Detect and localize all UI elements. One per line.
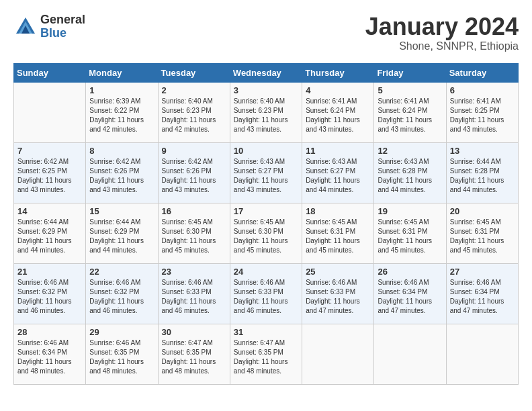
day-info: Sunrise: 6:42 AM Sunset: 6:26 PM Dayligh…: [162, 157, 226, 195]
calendar-cell: 12Sunrise: 6:43 AM Sunset: 6:28 PM Dayli…: [374, 142, 446, 203]
logo-blue: Blue: [40, 27, 85, 40]
calendar-cell: 6Sunrise: 6:41 AM Sunset: 6:25 PM Daylig…: [446, 82, 518, 142]
calendar-cell: 11Sunrise: 6:43 AM Sunset: 6:27 PM Dayli…: [302, 142, 374, 203]
calendar-cell: 10Sunrise: 6:43 AM Sunset: 6:27 PM Dayli…: [230, 142, 302, 203]
logo-icon: [13, 15, 38, 39]
calendar-cell: 19Sunrise: 6:45 AM Sunset: 6:31 PM Dayli…: [374, 203, 446, 263]
calendar-cell: 3Sunrise: 6:40 AM Sunset: 6:23 PM Daylig…: [230, 82, 302, 142]
calendar-cell: 2Sunrise: 6:40 AM Sunset: 6:23 PM Daylig…: [158, 82, 230, 142]
weekday-header-thursday: Thursday: [302, 63, 374, 82]
day-number: 27: [450, 267, 515, 277]
week-row-5: 28Sunrise: 6:46 AM Sunset: 6:34 PM Dayli…: [14, 324, 519, 384]
day-info: Sunrise: 6:45 AM Sunset: 6:31 PM Dayligh…: [306, 218, 370, 255]
calendar-cell: 25Sunrise: 6:46 AM Sunset: 6:33 PM Dayli…: [302, 263, 374, 324]
day-info: Sunrise: 6:46 AM Sunset: 6:35 PM Dayligh…: [89, 338, 154, 376]
day-info: Sunrise: 6:39 AM Sunset: 6:22 PM Dayligh…: [89, 97, 154, 134]
day-info: Sunrise: 6:45 AM Sunset: 6:30 PM Dayligh…: [162, 218, 226, 255]
calendar-cell: [14, 82, 86, 142]
day-info: Sunrise: 6:46 AM Sunset: 6:33 PM Dayligh…: [162, 278, 226, 316]
day-info: Sunrise: 6:45 AM Sunset: 6:30 PM Dayligh…: [234, 218, 298, 255]
week-row-1: 1Sunrise: 6:39 AM Sunset: 6:22 PM Daylig…: [14, 82, 519, 142]
day-number: 1: [89, 85, 154, 95]
calendar-cell: 31Sunrise: 6:47 AM Sunset: 6:35 PM Dayli…: [230, 324, 302, 384]
day-number: 11: [306, 146, 370, 156]
weekday-header-wednesday: Wednesday: [230, 63, 302, 82]
day-number: 22: [89, 267, 154, 277]
week-row-2: 7Sunrise: 6:42 AM Sunset: 6:25 PM Daylig…: [14, 142, 519, 203]
week-row-4: 21Sunrise: 6:46 AM Sunset: 6:32 PM Dayli…: [14, 263, 519, 324]
day-info: Sunrise: 6:40 AM Sunset: 6:23 PM Dayligh…: [162, 97, 226, 134]
weekday-header-sunday: Sunday: [14, 63, 86, 82]
day-number: 26: [378, 267, 442, 277]
day-number: 17: [234, 206, 298, 216]
day-info: Sunrise: 6:43 AM Sunset: 6:27 PM Dayligh…: [234, 157, 298, 195]
calendar-cell: 7Sunrise: 6:42 AM Sunset: 6:25 PM Daylig…: [14, 142, 86, 203]
calendar-cell: 17Sunrise: 6:45 AM Sunset: 6:30 PM Dayli…: [230, 203, 302, 263]
calendar-cell: 15Sunrise: 6:44 AM Sunset: 6:29 PM Dayli…: [86, 203, 158, 263]
day-number: 5: [378, 85, 442, 95]
day-info: Sunrise: 6:44 AM Sunset: 6:28 PM Dayligh…: [450, 157, 515, 195]
calendar-cell: 18Sunrise: 6:45 AM Sunset: 6:31 PM Dayli…: [302, 203, 374, 263]
day-number: 13: [450, 146, 515, 156]
day-info: Sunrise: 6:46 AM Sunset: 6:34 PM Dayligh…: [378, 278, 442, 316]
page-header: General Blue January 2024 Shone, SNNPR, …: [13, 13, 519, 52]
day-info: Sunrise: 6:45 AM Sunset: 6:31 PM Dayligh…: [378, 218, 442, 255]
day-number: 4: [306, 85, 370, 95]
day-number: 10: [234, 146, 298, 156]
day-info: Sunrise: 6:41 AM Sunset: 6:25 PM Dayligh…: [450, 97, 515, 134]
day-info: Sunrise: 6:41 AM Sunset: 6:24 PM Dayligh…: [378, 97, 442, 134]
calendar-cell: 8Sunrise: 6:42 AM Sunset: 6:26 PM Daylig…: [86, 142, 158, 203]
day-info: Sunrise: 6:44 AM Sunset: 6:29 PM Dayligh…: [89, 218, 154, 255]
day-info: Sunrise: 6:47 AM Sunset: 6:35 PM Dayligh…: [162, 338, 226, 376]
day-info: Sunrise: 6:46 AM Sunset: 6:33 PM Dayligh…: [306, 278, 370, 316]
calendar-cell: 16Sunrise: 6:45 AM Sunset: 6:30 PM Dayli…: [158, 203, 230, 263]
day-number: 6: [450, 85, 515, 95]
calendar-cell: 9Sunrise: 6:42 AM Sunset: 6:26 PM Daylig…: [158, 142, 230, 203]
day-info: Sunrise: 6:46 AM Sunset: 6:32 PM Dayligh…: [89, 278, 154, 316]
calendar-cell: 20Sunrise: 6:45 AM Sunset: 6:31 PM Dayli…: [446, 203, 518, 263]
week-row-3: 14Sunrise: 6:44 AM Sunset: 6:29 PM Dayli…: [14, 203, 519, 263]
day-info: Sunrise: 6:40 AM Sunset: 6:23 PM Dayligh…: [234, 97, 298, 134]
weekday-header-saturday: Saturday: [446, 63, 518, 82]
day-info: Sunrise: 6:46 AM Sunset: 6:34 PM Dayligh…: [17, 338, 82, 376]
day-info: Sunrise: 6:43 AM Sunset: 6:27 PM Dayligh…: [306, 157, 370, 195]
day-number: 19: [378, 206, 442, 216]
day-number: 31: [234, 327, 298, 337]
calendar-cell: [302, 324, 374, 384]
calendar-cell: 22Sunrise: 6:46 AM Sunset: 6:32 PM Dayli…: [86, 263, 158, 324]
day-info: Sunrise: 6:46 AM Sunset: 6:32 PM Dayligh…: [17, 278, 82, 316]
day-info: Sunrise: 6:42 AM Sunset: 6:25 PM Dayligh…: [17, 157, 82, 195]
day-info: Sunrise: 6:45 AM Sunset: 6:31 PM Dayligh…: [450, 218, 515, 255]
day-number: 16: [162, 206, 226, 216]
day-number: 28: [17, 327, 82, 337]
calendar-cell: 26Sunrise: 6:46 AM Sunset: 6:34 PM Dayli…: [374, 263, 446, 324]
day-number: 25: [306, 267, 370, 277]
day-info: Sunrise: 6:43 AM Sunset: 6:28 PM Dayligh…: [378, 157, 442, 195]
day-number: 20: [450, 206, 515, 216]
calendar-cell: 5Sunrise: 6:41 AM Sunset: 6:24 PM Daylig…: [374, 82, 446, 142]
day-number: 9: [162, 146, 226, 156]
calendar-cell: 23Sunrise: 6:46 AM Sunset: 6:33 PM Dayli…: [158, 263, 230, 324]
month-title: January 2024: [365, 13, 519, 40]
day-number: 18: [306, 206, 370, 216]
calendar-cell: 30Sunrise: 6:47 AM Sunset: 6:35 PM Dayli…: [158, 324, 230, 384]
day-number: 2: [162, 85, 226, 95]
day-info: Sunrise: 6:44 AM Sunset: 6:29 PM Dayligh…: [17, 218, 82, 255]
day-number: 29: [89, 327, 154, 337]
calendar-cell: 27Sunrise: 6:46 AM Sunset: 6:34 PM Dayli…: [446, 263, 518, 324]
calendar-cell: 4Sunrise: 6:41 AM Sunset: 6:24 PM Daylig…: [302, 82, 374, 142]
location: Shone, SNNPR, Ethiopia: [365, 40, 519, 52]
day-number: 30: [162, 327, 226, 337]
calendar-cell: [374, 324, 446, 384]
day-number: 7: [17, 146, 82, 156]
calendar-cell: 1Sunrise: 6:39 AM Sunset: 6:22 PM Daylig…: [86, 82, 158, 142]
calendar-cell: [446, 324, 518, 384]
weekday-header-row: SundayMondayTuesdayWednesdayThursdayFrid…: [14, 63, 519, 82]
day-number: 24: [234, 267, 298, 277]
calendar-cell: 13Sunrise: 6:44 AM Sunset: 6:28 PM Dayli…: [446, 142, 518, 203]
calendar-cell: 29Sunrise: 6:46 AM Sunset: 6:35 PM Dayli…: [86, 324, 158, 384]
logo-general: General: [40, 13, 85, 27]
day-info: Sunrise: 6:47 AM Sunset: 6:35 PM Dayligh…: [234, 338, 298, 376]
weekday-header-monday: Monday: [86, 63, 158, 82]
calendar-cell: 21Sunrise: 6:46 AM Sunset: 6:32 PM Dayli…: [14, 263, 86, 324]
